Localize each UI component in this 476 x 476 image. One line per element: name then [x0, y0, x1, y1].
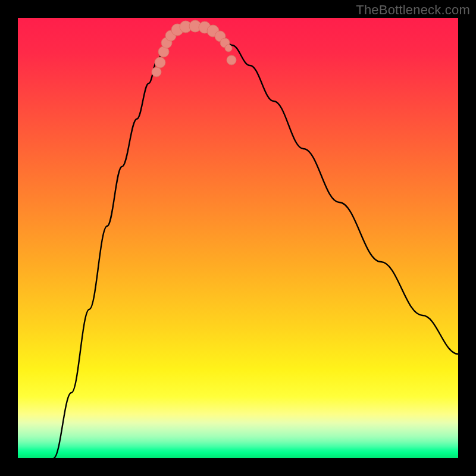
- attribution-label: TheBottleneck.com: [356, 2, 470, 18]
- curve-marker: [152, 67, 161, 77]
- curve-marker: [227, 55, 236, 65]
- curve-marker: [155, 57, 165, 68]
- bottleneck-curve: [54, 27, 458, 458]
- curve-layer: [18, 18, 458, 458]
- curve-marker: [225, 45, 232, 52]
- chart-frame: TheBottleneck.com: [0, 0, 476, 476]
- curve-markers: [152, 20, 236, 77]
